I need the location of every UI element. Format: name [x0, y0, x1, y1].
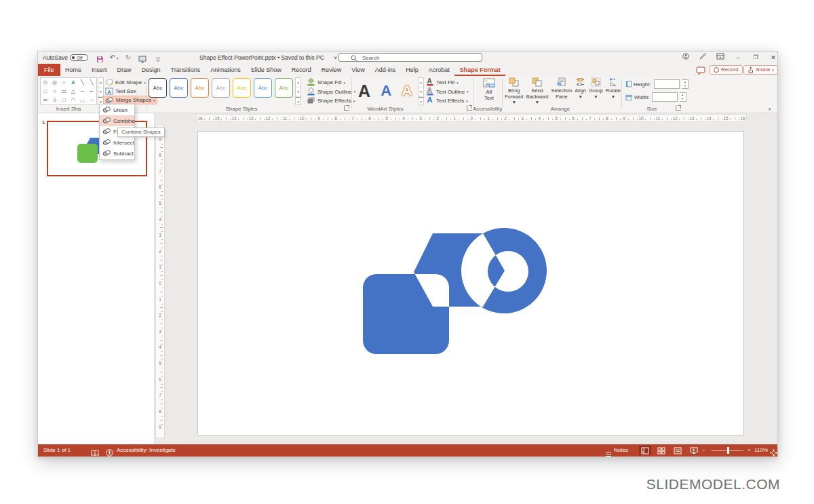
alt-text-button[interactable]: Alt Text [478, 78, 501, 105]
combined-shape[interactable] [198, 132, 745, 436]
zoom-in-button[interactable]: + [748, 444, 751, 457]
scroll-up-icon[interactable]: ▴ [296, 78, 301, 88]
shape-glyph[interactable]: ◇ [41, 78, 50, 87]
search-box[interactable] [338, 53, 482, 62]
scroll-down-icon[interactable]: ▾ [98, 88, 103, 97]
notes-book-icon[interactable] [91, 447, 99, 459]
notes-label[interactable]: Notes [614, 444, 628, 457]
close-icon[interactable]: ✕ [767, 52, 780, 64]
scroll-down-icon[interactable]: ▾ [296, 88, 301, 97]
menu-item-union[interactable]: Union [100, 104, 134, 115]
shape-glyph[interactable]: ○ [59, 78, 69, 87]
shape-style-thumbnail[interactable]: Abc [149, 78, 167, 98]
width-input[interactable] [652, 92, 678, 102]
button-text-effects[interactable]: AText Effects▾ [426, 96, 468, 105]
restore-icon[interactable]: ❐ [749, 52, 762, 64]
redo-icon[interactable]: ↻ [123, 54, 133, 62]
menu-item-intersect[interactable]: Intersect [100, 138, 134, 149]
scroll-down-icon[interactable]: ▾ [419, 88, 423, 97]
tab-record[interactable]: Record [286, 64, 316, 76]
button-text-fill[interactable]: AText Fill▾ [426, 78, 459, 87]
reading-view-icon[interactable] [672, 446, 684, 455]
scroll-up-icon[interactable]: ▴ [419, 78, 423, 88]
shape-glyph[interactable]: □ [41, 87, 50, 96]
shape-style-thumbnail[interactable]: Abc [170, 78, 188, 98]
tab-animations[interactable]: Animations [206, 64, 246, 76]
slideshow-icon[interactable] [688, 446, 700, 455]
zoom-level[interactable]: 110% [754, 444, 768, 457]
accessibility-status[interactable]: Accessibility: Investigate [117, 444, 176, 457]
gallery-more-icon[interactable]: ▾ [296, 97, 301, 107]
accessibility-icon[interactable] [106, 447, 113, 459]
wordart-style-2[interactable]: A [381, 82, 391, 100]
height-input[interactable] [654, 79, 680, 89]
save-icon[interactable] [95, 54, 104, 62]
arrange-bring-forward-button[interactable]: BringForward▾ [505, 77, 524, 106]
presence-icon[interactable] [679, 52, 693, 64]
ribbon-display-options-icon[interactable] [714, 52, 727, 64]
tab-file[interactable]: File [38, 64, 60, 76]
shape-glyph[interactable]: ⇩ [50, 96, 60, 104]
arrange-send-backward-button[interactable]: SendBackward▾ [526, 77, 549, 106]
shape-glyph[interactable]: ◡ [78, 96, 88, 104]
minimize-icon[interactable]: – [731, 52, 745, 64]
search-input[interactable] [361, 54, 479, 62]
size-dialog-launcher-icon[interactable] [676, 105, 681, 111]
tab-view[interactable]: View [347, 64, 370, 76]
menu-item-subtract[interactable]: Subtract [100, 149, 134, 159]
arrange-rotate-button[interactable]: Rotate▾ [606, 77, 621, 106]
height-stepper[interactable]: ▴▾ [682, 79, 689, 89]
saved-status-chevron-icon[interactable]: ∨ [334, 52, 337, 64]
shape-glyph[interactable]: ╲ [78, 78, 88, 87]
shape-glyph[interactable]: △ [69, 87, 78, 96]
arrange-align-button[interactable]: Align▾ [575, 77, 586, 106]
tab-draw[interactable]: Draw [112, 64, 136, 76]
button-text-outline[interactable]: AText Outline▾ [426, 88, 469, 96]
scroll-up-icon[interactable]: ▴ [98, 78, 103, 88]
edit-shape-button[interactable]: Edit Shape▾ [105, 78, 146, 87]
shape-styles-dialog-launcher-icon[interactable] [344, 105, 349, 111]
tab-acrobat[interactable]: Acrobat [423, 64, 454, 76]
present-icon[interactable] [138, 54, 147, 62]
shape-glyph[interactable]: □ [59, 96, 69, 104]
shape-style-thumbnail[interactable]: Abc [191, 78, 209, 98]
qat-customize-icon[interactable] [153, 54, 163, 62]
shape-style-thumbnail[interactable]: Abc [254, 78, 272, 98]
autosave-toggle[interactable]: Off [70, 54, 88, 61]
undo-dropdown-icon[interactable]: ▾ [117, 56, 119, 60]
tab-transitions[interactable]: Transitions [166, 64, 206, 76]
draw-pen-icon[interactable] [696, 52, 710, 64]
shape-glyph[interactable]: ○ [50, 87, 60, 96]
button-shape-fill[interactable]: Shape Fill▾ [307, 78, 345, 87]
arrange-group-button[interactable]: Group▾ [589, 77, 603, 106]
tab-add-ins[interactable]: Add-ins [370, 64, 401, 76]
shape-glyph[interactable]: ⌐ [78, 87, 88, 96]
shape-glyph[interactable]: ~ [87, 96, 96, 104]
undo-icon[interactable]: ↶ [108, 54, 117, 62]
normal-view-icon[interactable] [639, 446, 651, 455]
tab-home[interactable]: Home [60, 64, 87, 76]
button-shape-effects[interactable]: Shape Effects▾ [307, 96, 355, 105]
shape-glyph[interactable]: ◎ [50, 78, 60, 87]
shape-glyph[interactable]: A [69, 78, 78, 87]
slide-sorter-icon[interactable] [655, 446, 667, 455]
record-button[interactable]: Record [710, 65, 743, 75]
text-box-button[interactable]: A Text Box [105, 87, 136, 96]
button-shape-outline[interactable]: Shape Outline▾ [307, 88, 355, 96]
shape-style-thumbnail[interactable]: Abc [212, 78, 230, 98]
width-stepper[interactable]: ▴▾ [680, 92, 686, 102]
tab-review[interactable]: Review [316, 64, 347, 76]
zoom-slider-thumb[interactable] [727, 447, 729, 454]
notes-toggle-icon[interactable] [605, 448, 612, 460]
tab-slide-show[interactable]: Slide Show [246, 64, 286, 76]
tab-insert[interactable]: Insert [87, 64, 113, 76]
shape-glyph[interactable]: ▭ [59, 87, 69, 96]
tab-design[interactable]: Design [136, 64, 166, 76]
shape-style-thumbnail[interactable]: Abc [275, 78, 293, 98]
collapse-ribbon-icon[interactable]: ∧ [768, 106, 771, 112]
shape-glyph[interactable]: ⇨ [41, 96, 50, 104]
zoom-out-button[interactable]: − [702, 444, 705, 457]
share-button[interactable]: Share ▾ [743, 65, 778, 75]
fit-slide-to-window-icon[interactable] [770, 447, 777, 459]
menu-item-combine[interactable]: Combine [100, 115, 134, 126]
